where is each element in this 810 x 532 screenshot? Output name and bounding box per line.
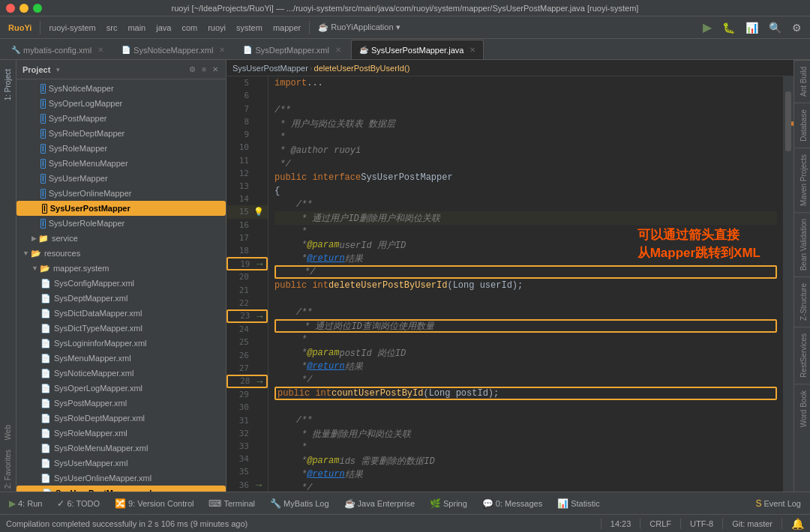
tree-resources-folder[interactable]: ▼ 📂 resources [16, 246, 226, 261]
tree-SysUserOnlineMapper-xml[interactable]: 📄 SysUserOnlineMapper.xml [16, 471, 226, 486]
toolbar-run[interactable]: ▶ [699, 19, 716, 36]
tree-SysMenuMapper-xml[interactable]: 📄 SysMenuMapper.xml [16, 351, 226, 366]
close-button[interactable] [6, 4, 15, 13]
tree-SysRoleMapper-xml[interactable]: 📄 SysRoleMapper.xml [16, 426, 226, 441]
right-panel-database[interactable]: Database [794, 103, 810, 148]
tree-SysUserPostMapper-java[interactable]: I SysUserPostMapper [16, 201, 226, 216]
toolbar-ruoyi-logo[interactable]: RuoYi [4, 22, 35, 34]
window-title: ruoyi [~/IdeaProjects/RuoYi] — .../ruoyi… [172, 4, 639, 13]
bottom-jee[interactable]: ☕ Java Enterprise [340, 497, 419, 510]
tree-SysDictDataMapper-xml[interactable]: 📄 SysDictDataMapper.xml [16, 306, 226, 321]
tree-SysUserMapper[interactable]: I SysUserMapper [16, 171, 226, 186]
tree-SysUserPostMapper-xml[interactable]: 📄 SysUserPostMapper.xml [16, 486, 226, 492]
right-panel-structure[interactable]: Z-Structure [794, 276, 810, 327]
tree-mapper-system-folder[interactable]: ▼ 📂 mapper.system [16, 261, 226, 276]
linenum-25: 25 [226, 337, 252, 347]
bottom-terminal[interactable]: ⌨ Terminal [204, 497, 260, 510]
toolbar-app[interactable]: ☕ RuoYiApplication ▾ [314, 21, 404, 34]
tab-close-sysnotice[interactable]: ✕ [219, 46, 225, 54]
gutter-arrow-23[interactable]: → [253, 310, 266, 322]
toolbar-main[interactable]: main [124, 22, 149, 34]
code-text-area[interactable]: import ... /** * 用户与岗位关联表 数据层 * * @autho… [268, 76, 783, 492]
panel-icon-collapse[interactable]: ≡ [200, 64, 208, 75]
status-encoding[interactable]: UTF-8 [690, 519, 713, 528]
tree-SysRoleMapper[interactable]: I SysRoleMapper [16, 141, 226, 156]
panel-dropdown[interactable]: ▾ [56, 66, 60, 73]
toolbar-search[interactable]: 🔍 [765, 20, 785, 35]
tree-SysOperLogMapper[interactable]: I SysOperLogMapper [16, 96, 226, 111]
toolbar-com[interactable]: com [178, 22, 201, 34]
tree-SysRoleDeptMapper-xml[interactable]: 📄 SysRoleDeptMapper.xml [16, 411, 226, 426]
status-position[interactable]: 14:23 [610, 519, 632, 528]
web-panel-toggle[interactable]: Web [2, 422, 14, 443]
item-label: SysUserOnlineMapper [49, 189, 132, 198]
toolbar-settings[interactable]: ⚙ [788, 20, 806, 35]
tree-SysConfigMapper-xml[interactable]: 📄 SysConfigMapper.xml [16, 276, 226, 291]
bottom-messages[interactable]: 💬 0: Messages [478, 497, 547, 510]
gutter-arrow-19[interactable]: → [253, 258, 266, 270]
gutter-arrow-28[interactable]: → [253, 375, 266, 387]
tree-SysPostMapper-xml[interactable]: 📄 SysPostMapper.xml [16, 396, 226, 411]
toolbar-src[interactable]: src [103, 22, 122, 34]
tab-close-mybatis[interactable]: ✕ [98, 46, 104, 54]
bottom-statistic[interactable]: 📊 Statistic [553, 497, 604, 510]
bottom-event-log[interactable]: S Event Log [751, 497, 806, 510]
tree-SysOperLogMapper-xml[interactable]: 📄 SysOperLogMapper.xml [16, 381, 226, 396]
title-bar: ruoyi [~/IdeaProjects/RuoYi] — .../ruoyi… [0, 0, 810, 16]
panel-icon-close[interactable]: ✕ [211, 64, 220, 75]
minimize-button[interactable] [20, 4, 28, 13]
tree-SysNoticeMapper-xml[interactable]: 📄 SysNoticeMapper.xml [16, 366, 226, 381]
gutter-arrow-36[interactable]: → [252, 479, 266, 491]
gutter-32: 32 [226, 427, 268, 440]
status-linesep[interactable]: CRLF [650, 519, 671, 528]
scroll-thumb[interactable] [785, 91, 791, 151]
tree-SysRoleMenuMapper-xml[interactable]: 📄 SysRoleMenuMapper.xml [16, 441, 226, 456]
tree-SysUserMapper-xml[interactable]: 📄 SysUserMapper.xml [16, 456, 226, 471]
right-panel-maven[interactable]: Maven Projects [794, 148, 810, 212]
toolbar-coverage[interactable]: 📊 [742, 20, 762, 35]
tab-mybatis-config[interactable]: 🔧 mybatis-config.xml ✕ [3, 40, 112, 59]
toolbar-java[interactable]: java [152, 22, 175, 34]
right-panel-rest[interactable]: RestServices [794, 327, 810, 384]
toolbar-debug[interactable]: 🐛 [718, 20, 739, 35]
bottom-run[interactable]: ▶ 4: Run [4, 497, 46, 510]
xml-icon: 📄 [40, 339, 51, 348]
right-panel-bean[interactable]: Bean Validation [794, 212, 810, 276]
tree-SysRoleMenuMapper[interactable]: I SysRoleMenuMapper [16, 156, 226, 171]
tab-close-sysdept[interactable]: ✕ [335, 46, 341, 54]
tab-close-sysuserpost[interactable]: ✕ [470, 46, 476, 54]
gutter-bulb-15[interactable]: 💡 [252, 207, 266, 217]
maximize-button[interactable] [33, 4, 42, 13]
bottom-spring[interactable]: 🌿 Spring [425, 497, 472, 510]
right-panel-ant[interactable]: Ant Build [794, 60, 810, 103]
gutter-14: 14 [226, 193, 268, 205]
breadcrumb-class[interactable]: SysUserPostMapper [232, 64, 308, 73]
tree-SysPostMapper[interactable]: I SysPostMapper [16, 111, 226, 126]
project-panel-toggle[interactable]: 1: Project [2, 66, 14, 103]
tab-sysnotice[interactable]: 📄 SysNoticeMapper.xml ✕ [113, 40, 233, 59]
tree-SysDictTypeMapper-xml[interactable]: 📄 SysDictTypeMapper.xml [16, 321, 226, 336]
tree-SysUserOnlineMapper[interactable]: I SysUserOnlineMapper [16, 186, 226, 201]
tree-SysRoleDeptMapper[interactable]: I SysRoleDeptMapper [16, 126, 226, 141]
right-panel-wordbook[interactable]: Word Book [794, 384, 810, 433]
status-git[interactable]: Git: master [732, 519, 772, 528]
panel-icon-gear[interactable]: ⚙ [188, 64, 197, 75]
tree-service-folder[interactable]: ▶ 📁 service [16, 231, 226, 246]
tab-sysuserpost[interactable]: ☕ SysUserPostMapper.java ✕ [351, 40, 484, 59]
favorites-toggle[interactable]: 2: Favorites [2, 447, 14, 492]
bottom-vcs[interactable]: 🔀 9: Version Control [110, 497, 198, 510]
tree-SysUserRoleMapper[interactable]: I SysUserRoleMapper [16, 216, 226, 231]
code-container: 5 6 7 8 9 [226, 76, 794, 492]
toolbar-system[interactable]: system [232, 22, 266, 34]
bottom-mybatis[interactable]: 🔧 MyBatis Log [266, 497, 334, 510]
tree-SysNoticeMapper[interactable]: I SysNoticeMapper [16, 81, 226, 96]
tree-SysLogininforMapper-xml[interactable]: 📄 SysLogininforMapper.xml [16, 336, 226, 351]
breadcrumb-method[interactable]: deleteUserPostByUserId() [314, 64, 410, 73]
tab-sysdept[interactable]: 📄 SysDeptMapper.xml ✕ [235, 40, 349, 59]
toolbar-mapper[interactable]: mapper [269, 22, 304, 34]
tree-SysDeptMapper-xml[interactable]: 📄 SysDeptMapper.xml [16, 291, 226, 306]
toolbar-ruoyi[interactable]: ruoyi [204, 22, 230, 34]
toolbar-project[interactable]: ruoyi-system [45, 22, 99, 34]
bottom-todo[interactable]: ✓ 6: TODO [52, 497, 104, 510]
editor-scrollbar[interactable] [783, 76, 794, 492]
